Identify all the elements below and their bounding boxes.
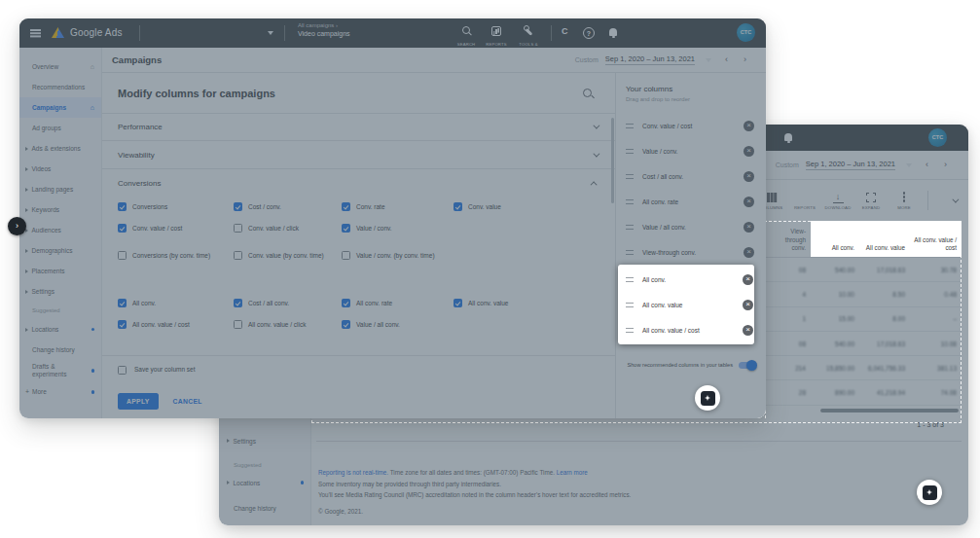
column-header-view-through-conv[interactable]: View-through conv. [768,221,811,257]
checkbox-conv-rate[interactable]: Conv. rate [342,202,454,211]
section-conversions[interactable]: Conversions [102,169,615,197]
drag-handle-icon[interactable] [626,225,634,230]
section-performance[interactable]: Performance [102,114,615,141]
cancel-button[interactable]: CANCEL [173,398,202,405]
learn-more-link[interactable]: Learn more [557,469,588,476]
remove-column-icon[interactable]: × [744,247,754,258]
reporting-link[interactable]: Reporting is not real-time. [318,469,388,476]
checkbox-all-conv-rate[interactable]: All conv. rate [342,299,454,307]
breadcrumb-parent[interactable]: All campaigns › [298,22,350,30]
checkbox-box[interactable] [118,299,127,307]
checkbox-box[interactable] [342,299,350,307]
prev-period-button[interactable]: ‹ [926,161,928,169]
sidebar-item-videos[interactable]: Videos [19,159,101,179]
your-column-item-value-all-conv[interactable]: Value / all conv.× [626,214,754,239]
horizontal-scrollbar[interactable] [820,409,959,412]
toolbar-expand-button[interactable]: EXPAND [854,192,888,210]
toolbar-reports-button[interactable]: REPORTS [788,192,821,210]
remove-column-icon[interactable]: × [744,171,754,182]
your-column-item-all-conv-rate[interactable]: All conv. rate× [626,189,754,214]
feedback-button[interactable] [695,385,720,411]
checkbox-box[interactable] [342,224,350,233]
date-range-value[interactable]: Sep 1, 2020 – Jun 13, 2021 [605,54,695,65]
remove-column-icon[interactable]: × [744,222,754,233]
help-icon[interactable]: ? [583,27,595,39]
drag-handle-icon[interactable] [626,149,634,154]
notifications-bell-icon[interactable] [784,133,792,141]
checkbox-value-conv-by-conv-time[interactable]: Value / conv. (by conv. time) [342,251,454,260]
chevron-down-icon[interactable] [906,163,912,167]
your-column-item-all-conv[interactable]: All conv.× [626,267,753,292]
sidebar-item-settings[interactable]: Settings [19,281,101,302]
your-column-item-cost-all-conv[interactable]: Cost / all conv.× [626,163,754,189]
sidebar-item-audiences[interactable]: Audiences [19,220,101,240]
recommended-columns-toggle[interactable] [739,361,756,369]
prev-period-button[interactable]: ‹ [725,55,728,64]
your-column-item-all-conv-value[interactable]: All conv. value× [626,292,753,317]
checkbox-box[interactable] [234,320,242,329]
drag-handle-icon[interactable] [626,174,634,179]
checkbox-conv-value[interactable]: Conv. value [454,202,607,211]
checkbox-all-conv-value-cost[interactable]: All conv. value / cost [118,320,234,329]
remove-column-icon[interactable]: × [743,300,753,310]
remove-column-icon[interactable]: × [743,274,753,285]
avatar[interactable]: CTC [928,128,947,147]
breadcrumb[interactable]: All campaigns › Video campaigns [298,22,350,38]
section-viewability[interactable]: Viewability [102,141,615,169]
avatar[interactable]: CTC [737,23,755,42]
checkbox-box[interactable] [118,251,127,260]
drag-handle-icon[interactable] [626,124,634,128]
sidebar-item-change-history[interactable]: Change history [19,340,101,360]
checkbox-value-all-conv[interactable]: Value / all conv. [342,320,454,329]
checkbox-value-conv[interactable]: Value / conv. [342,224,454,233]
checkbox-box[interactable] [342,202,350,211]
refresh-icon[interactable]: C [562,26,568,36]
date-range-picker[interactable]: Custom Sep 1, 2020 – Jun 13, 2021 ‹ › [776,160,947,170]
checkbox-box[interactable] [454,299,462,307]
checkbox-box[interactable] [234,299,242,307]
feedback-button[interactable] [917,480,942,505]
notifications-bell-icon[interactable] [609,28,617,36]
sidebar-item-locations[interactable]: Locations [219,476,310,489]
sidebar-item-campaigns[interactable]: Campaigns⌂ [19,97,101,118]
checkbox-box[interactable] [454,202,462,211]
sidebar-item-keywords[interactable]: Keywords [19,199,101,220]
sidebar-item-ads-extensions[interactable]: Ads & extensions [19,138,101,159]
checkbox-conv-value-click[interactable]: Conv. value / click [234,224,342,233]
remove-column-icon[interactable]: × [743,325,753,336]
date-range-value[interactable]: Sep 1, 2020 – Jun 13, 2021 [806,160,895,170]
checkbox-box[interactable] [342,320,350,329]
checkbox-conv-value-by-conv-time[interactable]: Conv. value (by conv. time) [234,251,342,260]
menu-hamburger-icon[interactable] [30,29,41,31]
sidebar-item-overview[interactable]: Overview⌂ [19,56,101,77]
checkbox-conversions[interactable]: Conversions [118,202,234,211]
next-period-button[interactable]: › [944,161,947,169]
search-button[interactable]: SEARCH [453,22,480,47]
drag-handle-icon[interactable] [626,328,634,333]
remove-column-icon[interactable]: × [744,197,754,207]
next-period-button[interactable]: › [744,55,746,64]
sidebar-item-ad-groups[interactable]: Ad groups [19,118,101,138]
save-column-set-option[interactable]: Save your column set [118,366,196,375]
checkbox-box[interactable] [234,224,242,233]
your-column-item-all-conv-value-cost[interactable]: All conv. value / cost× [626,317,753,342]
checkbox-all-conv-value-click[interactable]: All conv. value / click [234,320,342,329]
remove-column-icon[interactable]: × [744,146,754,157]
toolbar-download-button[interactable]: ↓DOWNLOAD [821,192,854,210]
date-range-picker[interactable]: Custom Sep 1, 2020 – Jun 13, 2021 ‹ › [575,54,746,65]
sidebar-item-recommendations[interactable]: Recommendations [19,77,101,97]
sidebar-item-locations[interactable]: Locations [19,319,101,340]
checkbox-box[interactable] [234,202,242,211]
your-column-item-view-through-conv[interactable]: View-through conv.× [626,239,754,265]
checkbox-box[interactable] [118,224,127,233]
checkbox-box[interactable] [342,251,350,260]
toolbar-more-button[interactable]: MORE [888,192,921,210]
account-chevron-down-icon[interactable] [268,31,273,35]
checkbox-conversions-by-conv-time[interactable]: Conversions (by conv. time) [118,251,234,260]
save-column-set-checkbox[interactable] [118,366,127,375]
checkbox-box[interactable] [118,320,127,329]
checkbox-cost-all-conv[interactable]: Cost / all conv. [234,299,342,307]
sidebar-item-landing-pages[interactable]: Landing pages [19,179,101,199]
sidebar-item-settings[interactable]: Settings [219,434,310,448]
reports-button[interactable]: REPORTS [483,22,510,47]
